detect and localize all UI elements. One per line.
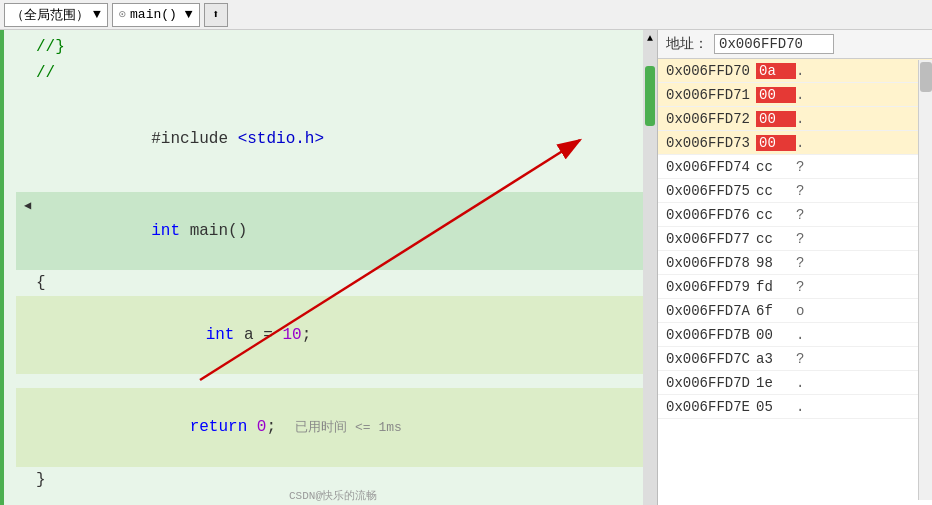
memory-row: 0x006FFD7D 1e . bbox=[658, 371, 932, 395]
code-line: { bbox=[16, 270, 643, 296]
code-text-4: #include <stdio.h> bbox=[36, 100, 324, 178]
memory-table[interactable]: 0x006FFD70 0a . 0x006FFD71 00 . 0x006FFD… bbox=[658, 59, 932, 505]
navigate-icon: ⬆ bbox=[212, 7, 219, 22]
memory-addr: 0x006FFD7C bbox=[666, 351, 756, 367]
code-line bbox=[16, 178, 643, 192]
memory-addr: 0x006FFD71 bbox=[666, 87, 756, 103]
memory-char: . bbox=[796, 135, 816, 151]
memory-row: 0x006FFD72 00 . bbox=[658, 107, 932, 131]
memory-char: . bbox=[796, 111, 816, 127]
memory-pane: 地址： 0x006FFD70 0a . 0x006FFD71 00 . 0x00… bbox=[657, 30, 932, 505]
memory-value: 1e bbox=[756, 375, 796, 391]
function-label: main() bbox=[130, 7, 177, 22]
memory-value: cc bbox=[756, 183, 796, 199]
code-text-6: int main() bbox=[36, 192, 247, 270]
memory-addr: 0x006FFD70 bbox=[666, 63, 756, 79]
navigate-button[interactable]: ⬆ bbox=[204, 3, 228, 27]
code-line-highlighted: int a = 10; bbox=[16, 296, 643, 374]
memory-char: ? bbox=[796, 207, 816, 223]
memory-row: 0x006FFD75 cc ? bbox=[658, 179, 932, 203]
memory-row: 0x006FFD7E 05 . bbox=[658, 395, 932, 419]
code-text-11: } bbox=[36, 467, 46, 493]
scroll-up-icon: ▲ bbox=[647, 33, 653, 44]
memory-value: 00 bbox=[756, 135, 796, 151]
current-line: ◀ int main() bbox=[16, 192, 643, 270]
code-line-return: return 0; 已用时间 <= 1ms bbox=[16, 388, 643, 467]
code-pane: //} // #include <stdio.h> bbox=[0, 30, 643, 505]
function-icon: ⊙ bbox=[119, 7, 126, 22]
memory-addr: 0x006FFD77 bbox=[666, 231, 756, 247]
memory-char: o bbox=[796, 303, 816, 319]
memory-char: ? bbox=[796, 351, 816, 367]
scope-dropdown[interactable]: （全局范围） ▼ bbox=[4, 3, 108, 27]
memory-char: . bbox=[796, 327, 816, 343]
memory-value: 00 bbox=[756, 327, 796, 343]
gutter-6: ◀ bbox=[24, 193, 36, 219]
memory-row: 0x006FFD78 98 ? bbox=[658, 251, 932, 275]
code-area[interactable]: //} // #include <stdio.h> bbox=[0, 30, 643, 505]
memory-addr: 0x006FFD72 bbox=[666, 111, 756, 127]
memory-char: ? bbox=[796, 159, 816, 175]
code-pane-wrapper: //} // #include <stdio.h> bbox=[0, 30, 657, 505]
memory-char: ? bbox=[796, 279, 816, 295]
memory-char: . bbox=[796, 63, 816, 79]
memory-row: 0x006FFD71 00 . bbox=[658, 83, 932, 107]
memory-row: 0x006FFD7A 6f o bbox=[658, 299, 932, 323]
code-scrollbar[interactable]: ▲ bbox=[643, 30, 657, 505]
memory-addr: 0x006FFD7A bbox=[666, 303, 756, 319]
code-line: //} bbox=[16, 34, 643, 60]
code-line: // bbox=[16, 60, 643, 86]
memory-value: 6f bbox=[756, 303, 796, 319]
memory-value: fd bbox=[756, 279, 796, 295]
memory-scrollbar[interactable] bbox=[918, 60, 932, 500]
code-line: #include <stdio.h> bbox=[16, 100, 643, 178]
code-text-1: //} bbox=[36, 34, 65, 60]
memory-address-input[interactable] bbox=[714, 34, 834, 54]
memory-value: 00 bbox=[756, 87, 796, 103]
memory-row: 0x006FFD79 fd ? bbox=[658, 275, 932, 299]
memory-addr: 0x006FFD74 bbox=[666, 159, 756, 175]
memory-addr: 0x006FFD78 bbox=[666, 255, 756, 271]
scope-label: （全局范围） bbox=[11, 6, 89, 24]
main-content: //} // #include <stdio.h> bbox=[0, 30, 932, 505]
memory-value: cc bbox=[756, 159, 796, 175]
code-line bbox=[16, 86, 643, 100]
scroll-up-button[interactable]: ▲ bbox=[643, 30, 657, 46]
memory-value: cc bbox=[756, 207, 796, 223]
memory-addr: 0x006FFD75 bbox=[666, 183, 756, 199]
dropdown-arrow-icon: ▼ bbox=[93, 7, 101, 22]
memory-header-label: 地址： bbox=[666, 35, 708, 53]
code-text-2: // bbox=[36, 60, 55, 86]
memory-char: ? bbox=[796, 183, 816, 199]
code-text-8: int a = 10; bbox=[52, 296, 311, 374]
memory-row: 0x006FFD7B 00 . bbox=[658, 323, 932, 347]
code-text-7: { bbox=[36, 270, 46, 296]
memory-row: 0x006FFD73 00 . bbox=[658, 131, 932, 155]
memory-char: . bbox=[796, 87, 816, 103]
memory-value: a3 bbox=[756, 351, 796, 367]
memory-row: 0x006FFD74 cc ? bbox=[658, 155, 932, 179]
memory-value: 0a bbox=[756, 63, 796, 79]
scrollbar-thumb[interactable] bbox=[645, 66, 655, 126]
memory-char: ? bbox=[796, 255, 816, 271]
memory-row: 0x006FFD7C a3 ? bbox=[658, 347, 932, 371]
code-line bbox=[16, 374, 643, 388]
memory-addr: 0x006FFD79 bbox=[666, 279, 756, 295]
memory-addr: 0x006FFD7E bbox=[666, 399, 756, 415]
memory-row: 0x006FFD77 cc ? bbox=[658, 227, 932, 251]
memory-addr: 0x006FFD7B bbox=[666, 327, 756, 343]
memory-addr: 0x006FFD76 bbox=[666, 207, 756, 223]
memory-char: . bbox=[796, 399, 816, 415]
memory-value: 98 bbox=[756, 255, 796, 271]
memory-row: 0x006FFD70 0a . bbox=[658, 59, 932, 83]
function-dropdown[interactable]: ⊙ main() ▼ bbox=[112, 3, 200, 27]
memory-scrollbar-thumb[interactable] bbox=[920, 62, 932, 92]
dropdown-arrow2-icon: ▼ bbox=[185, 7, 193, 22]
toolbar: （全局范围） ▼ ⊙ main() ▼ ⬆ bbox=[0, 0, 932, 30]
memory-char: . bbox=[796, 375, 816, 391]
memory-value: cc bbox=[756, 231, 796, 247]
memory-addr: 0x006FFD7D bbox=[666, 375, 756, 391]
memory-addr: 0x006FFD73 bbox=[666, 135, 756, 151]
memory-value: 00 bbox=[756, 111, 796, 127]
memory-row: 0x006FFD76 cc ? bbox=[658, 203, 932, 227]
